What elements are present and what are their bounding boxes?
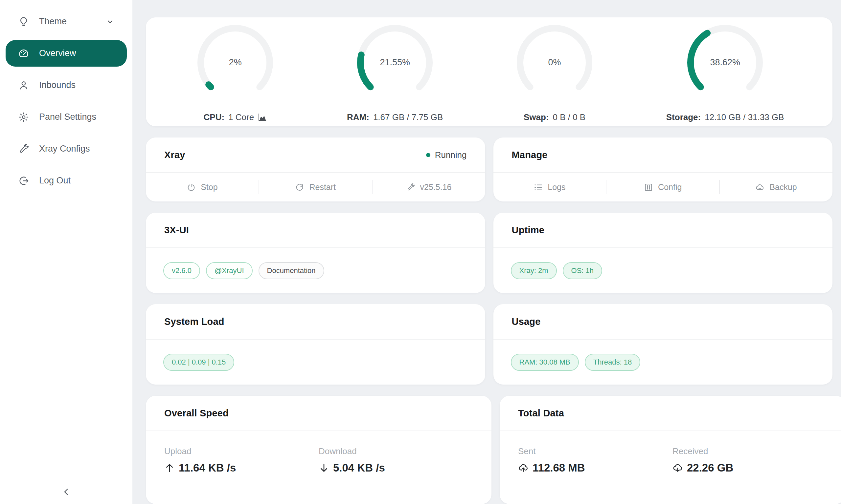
ram-percent: 21.55% bbox=[354, 22, 436, 104]
sidebar-item-theme[interactable]: Theme bbox=[5, 8, 127, 35]
main-content: 2% CPU:1 Core 21.55% bbox=[132, 0, 841, 504]
storage-gauge: 38.62% Storage:12.10 GB / 31.33 GB bbox=[666, 22, 784, 122]
xray-card-title: Xray bbox=[164, 150, 185, 160]
version-tag[interactable]: v2.6.0 bbox=[163, 262, 200, 279]
list-icon bbox=[533, 183, 543, 192]
xray-stop-button[interactable]: Stop bbox=[146, 173, 259, 201]
sent-data-stat: Sent 112.68 MB bbox=[518, 446, 672, 474]
manage-card: Manage Logs Config bbox=[494, 138, 833, 201]
status-dot bbox=[426, 153, 430, 157]
xray-status: Running bbox=[426, 150, 467, 160]
xray-version-button[interactable]: v25.5.16 bbox=[373, 173, 485, 201]
xray-card: Xray Running Stop Res bbox=[146, 138, 485, 201]
arrow-up-icon bbox=[164, 463, 175, 473]
uptime-card: Uptime Xray: 2m OS: 1h bbox=[494, 213, 833, 293]
refresh-icon bbox=[295, 183, 304, 192]
sidebar-item-xray-configs[interactable]: Xray Configs bbox=[5, 136, 127, 162]
overall-speed-card-title: Overall Speed bbox=[164, 408, 229, 419]
backup-button[interactable]: Backup bbox=[720, 173, 833, 201]
sidebar-item-panel-settings[interactable]: Panel Settings bbox=[5, 104, 127, 130]
telegram-tag[interactable]: @XrayUI bbox=[206, 262, 253, 279]
logout-icon bbox=[18, 175, 29, 186]
system-load-card: System Load 0.02 | 0.09 | 0.15 bbox=[146, 304, 485, 384]
arrow-down-icon bbox=[319, 463, 329, 473]
sidebar-item-overview[interactable]: Overview bbox=[5, 40, 127, 67]
cloud-download-icon bbox=[672, 463, 683, 473]
bulb-icon bbox=[18, 16, 29, 27]
total-data-card-title: Total Data bbox=[518, 408, 564, 419]
status-label: Running bbox=[435, 150, 467, 160]
ram-gauge: 21.55% RAM:1.67 GB / 7.75 GB bbox=[347, 22, 443, 122]
xray-uptime-tag: Xray: 2m bbox=[511, 262, 557, 279]
area-chart-icon[interactable] bbox=[257, 112, 267, 122]
sidebar-item-label: Theme bbox=[39, 16, 67, 26]
swap-label: Swap:0 B / 0 B bbox=[524, 112, 585, 122]
cpu-gauge: 2% CPU:1 Core bbox=[194, 22, 276, 122]
manage-card-title: Manage bbox=[512, 150, 548, 160]
sidebar-item-label: Log Out bbox=[39, 176, 71, 186]
cpu-percent: 2% bbox=[194, 22, 276, 104]
cloud-upload-icon bbox=[518, 463, 529, 473]
sidebar-item-label: Xray Configs bbox=[39, 144, 90, 154]
download-speed-stat: Download 5.04 KB /s bbox=[319, 446, 473, 474]
system-load-card-title: System Load bbox=[164, 316, 224, 327]
documentation-tag[interactable]: Documentation bbox=[259, 262, 324, 279]
ram-label: RAM:1.67 GB / 7.75 GB bbox=[347, 112, 443, 122]
uptime-card-title: Uptime bbox=[512, 225, 545, 236]
sidebar-item-label: Inbounds bbox=[39, 80, 75, 90]
sidebar-item-label: Panel Settings bbox=[39, 112, 96, 122]
threexui-card-title: 3X-UI bbox=[164, 225, 189, 236]
sidebar-menu: Theme Overview Inbounds bbox=[0, 0, 132, 194]
usage-card-title: Usage bbox=[512, 316, 541, 327]
os-uptime-tag: OS: 1h bbox=[563, 262, 602, 279]
threexui-card: 3X-UI v2.6.0 @XrayUI Documentation bbox=[146, 213, 485, 293]
storage-label: Storage:12.10 GB / 31.33 GB bbox=[666, 112, 784, 122]
swap-gauge: 0% Swap:0 B / 0 B bbox=[513, 22, 596, 122]
storage-percent: 38.62% bbox=[684, 22, 766, 104]
total-data-card: Total Data Sent 112.68 MB Received bbox=[500, 396, 841, 504]
config-button[interactable]: Config bbox=[606, 173, 719, 201]
cloud-backup-icon bbox=[755, 183, 765, 192]
overall-speed-card: Overall Speed Upload 11.64 KB /s Downloa… bbox=[146, 396, 492, 504]
ram-usage-tag: RAM: 30.08 MB bbox=[511, 354, 579, 371]
sidebar-item-label: Overview bbox=[39, 48, 76, 58]
sidebar-collapse-button[interactable] bbox=[0, 482, 132, 501]
chevron-down-icon bbox=[106, 17, 114, 26]
sidebar: Theme Overview Inbounds bbox=[0, 0, 132, 504]
dashboard-icon bbox=[18, 48, 29, 59]
upload-speed-stat: Upload 11.64 KB /s bbox=[164, 446, 319, 474]
sidebar-item-log-out[interactable]: Log Out bbox=[5, 167, 127, 194]
sidebar-item-inbounds[interactable]: Inbounds bbox=[5, 72, 127, 98]
received-data-stat: Received 22.26 GB bbox=[672, 446, 827, 474]
sliders-icon bbox=[644, 183, 653, 192]
swap-percent: 0% bbox=[513, 22, 596, 104]
wrench-icon bbox=[18, 143, 29, 155]
user-icon bbox=[18, 80, 29, 91]
wrench-icon bbox=[406, 183, 415, 192]
chevron-left-icon bbox=[62, 487, 71, 497]
usage-card: Usage RAM: 30.08 MB Threads: 18 bbox=[494, 304, 833, 384]
gear-icon bbox=[18, 111, 29, 123]
load-average-tag: 0.02 | 0.09 | 0.15 bbox=[163, 354, 234, 371]
logs-button[interactable]: Logs bbox=[494, 173, 606, 201]
cpu-label: CPU:1 Core bbox=[204, 112, 268, 122]
system-gauges-card: 2% CPU:1 Core 21.55% bbox=[146, 17, 833, 126]
xray-restart-button[interactable]: Restart bbox=[259, 173, 372, 201]
power-icon bbox=[187, 183, 196, 192]
threads-tag: Threads: 18 bbox=[585, 354, 640, 371]
